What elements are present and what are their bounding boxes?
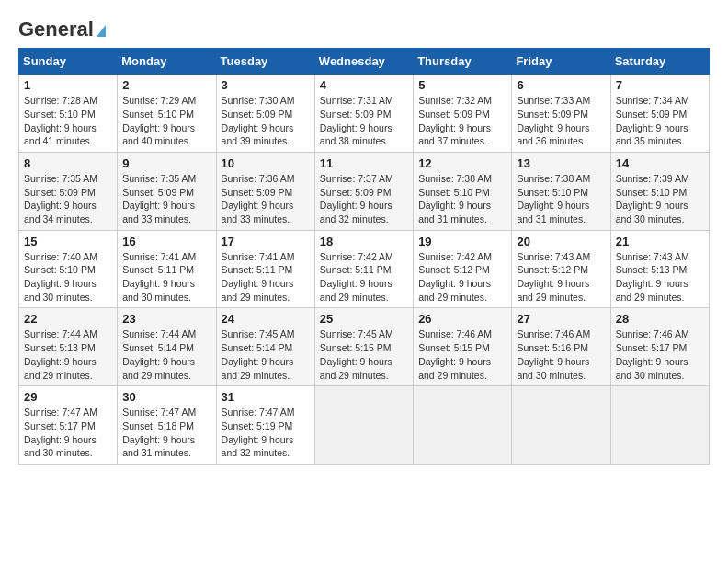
- calendar-body: 1 Sunrise: 7:28 AM Sunset: 5:10 PM Dayli…: [19, 75, 710, 465]
- calendar-day-cell: 13 Sunrise: 7:38 AM Sunset: 5:10 PM Dayl…: [512, 152, 610, 230]
- calendar-day-cell: 25 Sunrise: 7:45 AM Sunset: 5:15 PM Dayl…: [314, 308, 413, 386]
- calendar-day-cell: 6 Sunrise: 7:33 AM Sunset: 5:09 PM Dayli…: [512, 75, 610, 153]
- weekday-header-cell: Thursday: [414, 49, 512, 75]
- day-number: 3: [222, 78, 310, 92]
- day-number: 23: [122, 312, 210, 326]
- calendar-week-row: 1 Sunrise: 7:28 AM Sunset: 5:10 PM Dayli…: [19, 75, 710, 153]
- day-info: Sunrise: 7:43 AM Sunset: 5:12 PM Dayligh…: [517, 250, 605, 304]
- calendar-day-cell: 30 Sunrise: 7:47 AM Sunset: 5:18 PM Dayl…: [118, 386, 216, 465]
- calendar-day-cell: 15 Sunrise: 7:40 AM Sunset: 5:10 PM Dayl…: [19, 230, 118, 308]
- calendar-day-cell: [414, 386, 512, 465]
- day-number: 12: [418, 156, 506, 170]
- day-number: 24: [222, 312, 310, 326]
- day-info: Sunrise: 7:42 AM Sunset: 5:12 PM Dayligh…: [418, 250, 506, 304]
- calendar-day-cell: 31 Sunrise: 7:47 AM Sunset: 5:19 PM Dayl…: [216, 386, 314, 465]
- calendar-day-cell: 28 Sunrise: 7:46 AM Sunset: 5:17 PM Dayl…: [610, 308, 709, 386]
- day-number: 22: [24, 312, 112, 326]
- day-number: 15: [24, 235, 112, 248]
- calendar-day-cell: 29 Sunrise: 7:47 AM Sunset: 5:17 PM Dayl…: [19, 386, 118, 465]
- calendar-day-cell: 18 Sunrise: 7:42 AM Sunset: 5:11 PM Dayl…: [314, 230, 413, 308]
- calendar-day-cell: 23 Sunrise: 7:44 AM Sunset: 5:14 PM Dayl…: [118, 308, 216, 386]
- day-number: 20: [517, 235, 605, 248]
- day-info: Sunrise: 7:40 AM Sunset: 5:10 PM Dayligh…: [24, 250, 112, 304]
- day-info: Sunrise: 7:47 AM Sunset: 5:18 PM Dayligh…: [122, 406, 210, 460]
- calendar-table: SundayMondayTuesdayWednesdayThursdayFrid…: [18, 48, 710, 465]
- calendar-day-cell: 20 Sunrise: 7:43 AM Sunset: 5:12 PM Dayl…: [512, 230, 610, 308]
- day-number: 11: [320, 156, 408, 170]
- calendar-day-cell: 5 Sunrise: 7:32 AM Sunset: 5:09 PM Dayli…: [414, 75, 512, 153]
- day-number: 5: [418, 78, 506, 92]
- day-number: 25: [320, 312, 408, 326]
- day-info: Sunrise: 7:44 AM Sunset: 5:14 PM Dayligh…: [122, 327, 210, 382]
- day-info: Sunrise: 7:33 AM Sunset: 5:09 PM Dayligh…: [517, 94, 605, 148]
- day-info: Sunrise: 7:47 AM Sunset: 5:17 PM Dayligh…: [24, 406, 112, 460]
- calendar-day-cell: 3 Sunrise: 7:30 AM Sunset: 5:09 PM Dayli…: [216, 75, 314, 153]
- calendar-week-row: 15 Sunrise: 7:40 AM Sunset: 5:10 PM Dayl…: [19, 230, 710, 308]
- day-number: 8: [24, 156, 112, 170]
- day-info: Sunrise: 7:32 AM Sunset: 5:09 PM Dayligh…: [418, 94, 506, 148]
- day-number: 2: [122, 78, 210, 92]
- day-info: Sunrise: 7:43 AM Sunset: 5:13 PM Dayligh…: [616, 250, 704, 304]
- day-number: 9: [122, 156, 210, 170]
- calendar-day-cell: 7 Sunrise: 7:34 AM Sunset: 5:09 PM Dayli…: [610, 75, 709, 153]
- calendar-day-cell: 19 Sunrise: 7:42 AM Sunset: 5:12 PM Dayl…: [414, 230, 512, 308]
- day-number: 6: [517, 78, 605, 92]
- calendar-day-cell: 14 Sunrise: 7:39 AM Sunset: 5:10 PM Dayl…: [610, 152, 709, 230]
- calendar-day-cell: 2 Sunrise: 7:29 AM Sunset: 5:10 PM Dayli…: [118, 75, 216, 153]
- day-info: Sunrise: 7:38 AM Sunset: 5:10 PM Dayligh…: [418, 172, 506, 226]
- calendar-day-cell: 27 Sunrise: 7:46 AM Sunset: 5:16 PM Dayl…: [512, 308, 610, 386]
- calendar-day-cell: 1 Sunrise: 7:28 AM Sunset: 5:10 PM Dayli…: [19, 75, 118, 153]
- day-info: Sunrise: 7:36 AM Sunset: 5:09 PM Dayligh…: [222, 172, 310, 226]
- day-info: Sunrise: 7:44 AM Sunset: 5:13 PM Dayligh…: [24, 327, 112, 382]
- day-info: Sunrise: 7:42 AM Sunset: 5:11 PM Dayligh…: [320, 250, 408, 304]
- day-number: 1: [24, 78, 112, 92]
- calendar-day-cell: 26 Sunrise: 7:46 AM Sunset: 5:15 PM Dayl…: [414, 308, 512, 386]
- weekday-header-cell: Wednesday: [314, 49, 413, 75]
- calendar-day-cell: 21 Sunrise: 7:43 AM Sunset: 5:13 PM Dayl…: [610, 230, 709, 308]
- day-number: 19: [418, 235, 506, 248]
- day-info: Sunrise: 7:37 AM Sunset: 5:09 PM Dayligh…: [320, 172, 408, 226]
- weekday-header-cell: Monday: [118, 49, 216, 75]
- logo-text: General: [18, 18, 106, 40]
- day-number: 27: [517, 312, 605, 326]
- weekday-header-cell: Tuesday: [216, 49, 314, 75]
- day-number: 17: [222, 235, 310, 248]
- calendar-day-cell: [314, 386, 413, 465]
- day-number: 29: [24, 390, 112, 404]
- day-info: Sunrise: 7:41 AM Sunset: 5:11 PM Dayligh…: [122, 250, 210, 304]
- day-info: Sunrise: 7:47 AM Sunset: 5:19 PM Dayligh…: [222, 406, 310, 460]
- day-info: Sunrise: 7:28 AM Sunset: 5:10 PM Dayligh…: [24, 94, 112, 148]
- calendar-day-cell: [610, 386, 709, 465]
- calendar-day-cell: 8 Sunrise: 7:35 AM Sunset: 5:09 PM Dayli…: [19, 152, 118, 230]
- calendar-day-cell: 17 Sunrise: 7:41 AM Sunset: 5:11 PM Dayl…: [216, 230, 314, 308]
- day-number: 18: [320, 235, 408, 248]
- day-info: Sunrise: 7:31 AM Sunset: 5:09 PM Dayligh…: [320, 94, 408, 148]
- weekday-header-cell: Sunday: [19, 49, 118, 75]
- day-number: 31: [222, 390, 310, 404]
- day-info: Sunrise: 7:45 AM Sunset: 5:14 PM Dayligh…: [222, 327, 310, 382]
- weekday-header-cell: Friday: [512, 49, 610, 75]
- calendar-day-cell: 9 Sunrise: 7:35 AM Sunset: 5:09 PM Dayli…: [118, 152, 216, 230]
- page-header: General: [18, 18, 710, 39]
- day-number: 30: [122, 390, 210, 404]
- day-number: 13: [517, 156, 605, 170]
- day-number: 4: [320, 78, 408, 92]
- day-info: Sunrise: 7:39 AM Sunset: 5:10 PM Dayligh…: [616, 172, 704, 226]
- weekday-header-cell: Saturday: [610, 49, 709, 75]
- day-info: Sunrise: 7:30 AM Sunset: 5:09 PM Dayligh…: [222, 94, 310, 148]
- day-info: Sunrise: 7:35 AM Sunset: 5:09 PM Dayligh…: [24, 172, 112, 226]
- day-info: Sunrise: 7:45 AM Sunset: 5:15 PM Dayligh…: [320, 327, 408, 382]
- calendar-day-cell: [512, 386, 610, 465]
- day-number: 21: [616, 235, 704, 248]
- day-info: Sunrise: 7:35 AM Sunset: 5:09 PM Dayligh…: [122, 172, 210, 226]
- day-number: 26: [418, 312, 506, 326]
- day-number: 7: [616, 78, 704, 92]
- day-info: Sunrise: 7:38 AM Sunset: 5:10 PM Dayligh…: [517, 172, 605, 226]
- calendar-week-row: 22 Sunrise: 7:44 AM Sunset: 5:13 PM Dayl…: [19, 308, 710, 386]
- calendar-day-cell: 24 Sunrise: 7:45 AM Sunset: 5:14 PM Dayl…: [216, 308, 314, 386]
- day-info: Sunrise: 7:46 AM Sunset: 5:16 PM Dayligh…: [517, 327, 605, 382]
- calendar-day-cell: 12 Sunrise: 7:38 AM Sunset: 5:10 PM Dayl…: [414, 152, 512, 230]
- calendar-week-row: 8 Sunrise: 7:35 AM Sunset: 5:09 PM Dayli…: [19, 152, 710, 230]
- day-info: Sunrise: 7:46 AM Sunset: 5:17 PM Dayligh…: [616, 327, 704, 382]
- calendar-day-cell: 10 Sunrise: 7:36 AM Sunset: 5:09 PM Dayl…: [216, 152, 314, 230]
